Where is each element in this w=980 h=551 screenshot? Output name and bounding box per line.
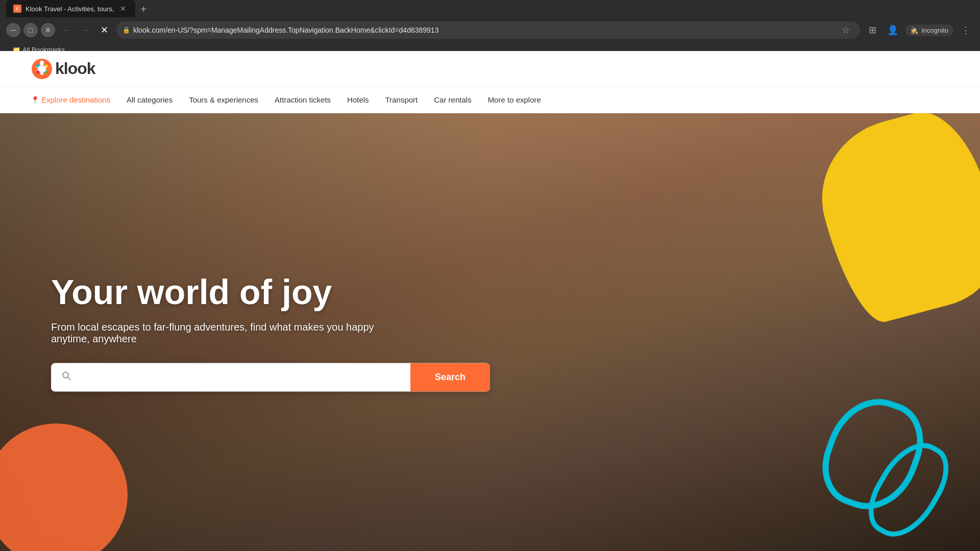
reload-button[interactable]: ✕	[96, 22, 112, 38]
hero-title: Your world of joy	[51, 273, 408, 311]
search-bar: Search	[51, 363, 490, 391]
forward-button[interactable]: →	[78, 22, 94, 38]
profile-button[interactable]: 👤	[885, 22, 901, 38]
maximize-button[interactable]: □	[23, 23, 38, 37]
svg-point-4	[40, 61, 44, 65]
nav-attraction-tickets[interactable]: Attraction tickets	[275, 95, 331, 104]
incognito-label: Incognito	[921, 27, 948, 34]
nav-hotels-label: Hotels	[347, 95, 369, 104]
minimize-button[interactable]: ─	[6, 23, 20, 37]
search-input[interactable]	[78, 363, 400, 391]
nav-transport-label: Transport	[385, 95, 418, 104]
bookmark-star-icon[interactable]: ☆	[838, 22, 854, 38]
incognito-icon: 🕵	[910, 27, 918, 34]
nav-attraction-label: Attraction tickets	[275, 95, 331, 104]
svg-line-10	[68, 378, 70, 380]
site-header: klook	[0, 51, 980, 87]
hero-content: Your world of joy From local escapes to …	[51, 273, 408, 392]
hero-subtitle: From local escapes to far-flung adventur…	[51, 321, 408, 344]
nav-all-categories-label: All categories	[127, 95, 173, 104]
address-bar[interactable]	[133, 26, 838, 34]
logo-text: klook	[55, 59, 95, 78]
nav-hotels[interactable]: Hotels	[347, 95, 369, 104]
nav-car-rentals-label: Car rentals	[434, 95, 471, 104]
toolbar-icons: ⊞ 👤 🕵 Incognito ⋮	[864, 22, 974, 38]
address-bar-container: 🔒 ☆	[116, 21, 860, 39]
new-tab-button[interactable]: +	[135, 1, 152, 17]
close-window-button[interactable]: ✕	[41, 23, 55, 37]
svg-point-6	[36, 64, 39, 67]
nav-explore-destinations[interactable]: 📍 Explore destinations	[31, 95, 110, 104]
location-icon: 📍	[31, 96, 39, 104]
active-tab[interactable]: K Klook Travel - Activities, tours, ✕	[6, 0, 135, 17]
incognito-button[interactable]: 🕵 Incognito	[905, 24, 953, 36]
svg-point-7	[45, 70, 48, 73]
tabs-row: K Klook Travel - Activities, tours, ✕ +	[0, 0, 980, 17]
lock-icon: 🔒	[122, 27, 130, 34]
nav-car-rentals[interactable]: Car rentals	[434, 95, 471, 104]
tab-title: Klook Travel - Activities, tours,	[26, 5, 114, 13]
klook-logo[interactable]: klook	[31, 58, 95, 80]
search-input-area	[51, 363, 410, 391]
logo-icon	[31, 58, 53, 80]
search-button[interactable]: Search	[410, 363, 490, 391]
tab-favicon: K	[13, 5, 21, 13]
nav-more-label: More to explore	[488, 95, 541, 104]
menu-button[interactable]: ⋮	[958, 22, 974, 38]
nav-tours-experiences[interactable]: Tours & experiences	[189, 95, 258, 104]
browser-controls: ─ □ ✕ ← → ✕ 🔒 ☆ ⊞ 👤 🕵 Incognito ⋮	[0, 17, 980, 43]
nav-transport[interactable]: Transport	[385, 95, 418, 104]
nav-arrows: ← → ✕	[59, 22, 112, 38]
nav-explore-label: Explore destinations	[41, 95, 110, 104]
svg-point-5	[45, 64, 48, 67]
hero-section: Your world of joy From local escapes to …	[0, 113, 980, 551]
nav-more-explore[interactable]: More to explore	[488, 95, 541, 104]
svg-point-8	[36, 70, 39, 73]
extensions-button[interactable]: ⊞	[864, 22, 880, 38]
nav-tours-label: Tours & experiences	[189, 95, 258, 104]
search-icon	[61, 371, 71, 384]
window-controls: ─ □ ✕	[6, 23, 55, 37]
back-button[interactable]: ←	[59, 22, 76, 38]
website-content: klook 📍 Explore destinations All categor…	[0, 51, 980, 551]
site-nav: 📍 Explore destinations All categories To…	[0, 87, 980, 113]
tab-close-button[interactable]: ✕	[118, 4, 128, 14]
nav-all-categories[interactable]: All categories	[127, 95, 173, 104]
